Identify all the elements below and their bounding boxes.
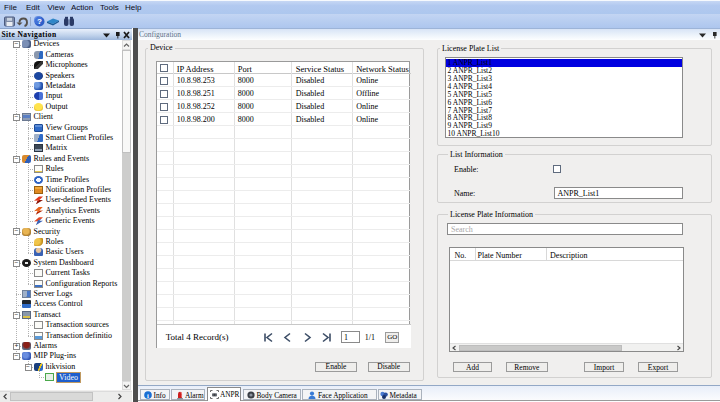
svg-text:i: i <box>147 392 149 399</box>
svg-text:?: ? <box>37 17 42 26</box>
